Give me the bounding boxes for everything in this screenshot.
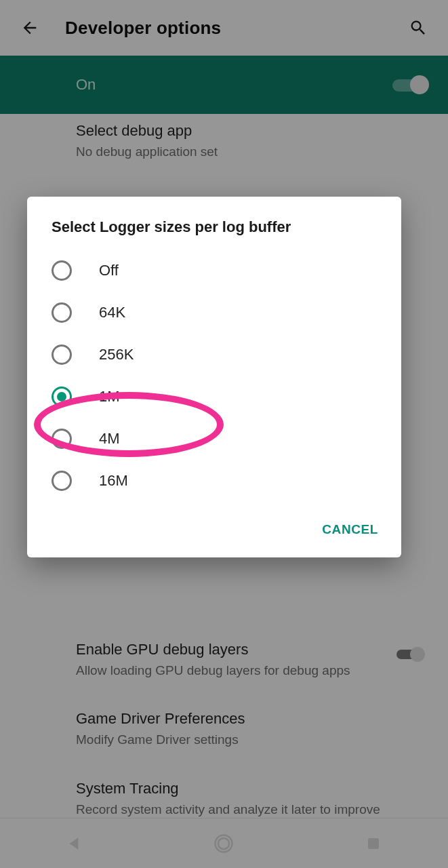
system-nav-bar — [0, 818, 448, 868]
master-toggle-switch[interactable] — [391, 75, 429, 94]
app-bar: Developer options — [0, 0, 448, 56]
setting-title: Select debug app — [76, 122, 429, 140]
back-button[interactable] — [14, 12, 46, 44]
nav-home-button[interactable] — [197, 827, 251, 860]
dialog-option[interactable]: 1M — [27, 376, 401, 418]
setting-system-tracing[interactable]: System Tracing Record system activity an… — [0, 764, 448, 818]
radio-icon — [52, 471, 72, 491]
radio-icon — [52, 429, 72, 449]
search-button[interactable] — [402, 12, 434, 44]
option-label: 64K — [99, 304, 125, 321]
triangle-back-icon — [66, 835, 83, 852]
arrow-left-icon — [20, 18, 39, 37]
setting-game-driver[interactable]: Game Driver Preferences Modify Game Driv… — [0, 694, 448, 764]
nav-back-button[interactable] — [47, 827, 102, 860]
radio-icon — [52, 344, 72, 365]
square-recents-icon — [365, 835, 382, 852]
search-icon — [409, 18, 428, 37]
dialog-option[interactable]: 256K — [27, 334, 401, 376]
logger-size-dialog: Select Logger sizes per log buffer Off64… — [27, 197, 401, 557]
cancel-button[interactable]: CANCEL — [312, 515, 388, 544]
svg-point-1 — [218, 837, 229, 848]
setting-subtitle: Record system activity and analyze it la… — [76, 802, 429, 818]
svg-rect-2 — [368, 838, 379, 849]
gpu-layers-switch[interactable] — [395, 646, 429, 663]
dialog-options: Off64K256K1M4M16M — [27, 245, 401, 509]
setting-title: Game Driver Preferences — [76, 710, 429, 728]
setting-subtitle: Modify Game Driver settings — [76, 732, 429, 749]
option-label: 16M — [99, 472, 128, 490]
setting-gpu-debug-layers[interactable]: Enable GPU debug layers Allow loading GP… — [0, 627, 448, 694]
setting-subtitle: Allow loading GPU debug layers for debug… — [76, 663, 429, 679]
master-toggle-row[interactable]: On — [0, 56, 448, 114]
page-title: Developer options — [65, 18, 221, 39]
option-label: 256K — [99, 346, 134, 363]
setting-select-debug-app[interactable]: Select debug app No debug application se… — [0, 114, 448, 176]
radio-icon — [52, 387, 72, 407]
setting-title: Enable GPU debug layers — [76, 641, 429, 658]
master-toggle-label: On — [76, 76, 96, 94]
dialog-option[interactable]: 64K — [27, 292, 401, 334]
radio-icon — [52, 302, 72, 323]
dialog-option[interactable]: 16M — [27, 460, 401, 502]
circle-home-icon — [213, 833, 234, 854]
setting-subtitle: No debug application set — [76, 144, 429, 161]
radio-icon — [52, 260, 72, 281]
setting-title: System Tracing — [76, 780, 429, 797]
option-label: 4M — [99, 430, 120, 448]
option-label: Off — [99, 262, 119, 279]
dialog-option[interactable]: Off — [27, 250, 401, 292]
option-label: 1M — [99, 388, 120, 406]
nav-recents-button[interactable] — [346, 827, 401, 860]
dialog-option[interactable]: 4M — [27, 418, 401, 460]
dialog-title: Select Logger sizes per log buffer — [27, 218, 401, 245]
